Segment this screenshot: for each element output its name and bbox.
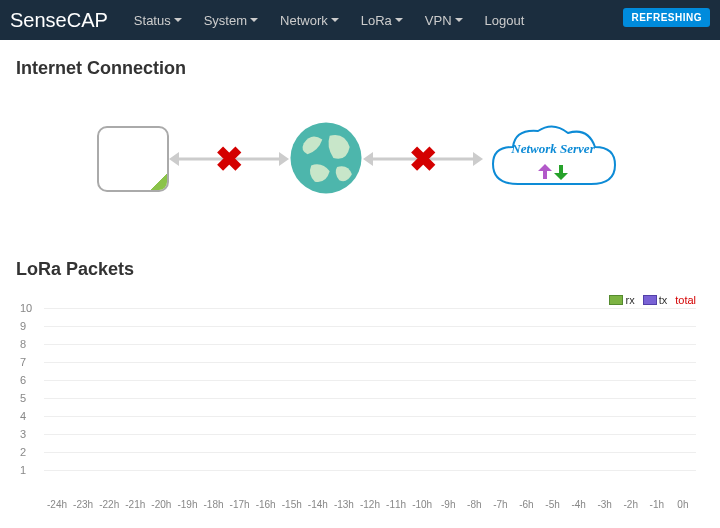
nav-item-label: System [204, 13, 247, 28]
lora-chart: rx tx total 12345678910 -24h-23h-22h-21h… [16, 300, 704, 510]
x-tick: -13h [331, 499, 357, 510]
y-tick: 7 [20, 356, 26, 368]
y-tick: 8 [20, 338, 26, 350]
nav-menu: Status System Network LoRa VPN Logout [126, 7, 532, 34]
x-tick: -23h [70, 499, 96, 510]
internet-connection-title: Internet Connection [16, 58, 704, 79]
x-tick: -20h [148, 499, 174, 510]
x-tick: -4h [566, 499, 592, 510]
x-tick: -15h [279, 499, 305, 510]
lora-packets-title: LoRa Packets [16, 259, 704, 280]
x-tick: -2h [618, 499, 644, 510]
x-tick: -10h [409, 499, 435, 510]
y-tick: 6 [20, 374, 26, 386]
x-tick: 0h [670, 499, 696, 510]
fail-icon: ✖ [215, 142, 243, 176]
y-tick: 4 [20, 410, 26, 422]
chevron-down-icon [174, 18, 182, 22]
x-tick: -9h [435, 499, 461, 510]
svg-point-0 [290, 122, 361, 193]
nav-item-system[interactable]: System [196, 7, 266, 34]
fail-icon: ✖ [409, 142, 437, 176]
refresh-button[interactable]: REFRESHING [623, 8, 710, 27]
y-tick: 5 [20, 392, 26, 404]
nav-item-vpn[interactable]: VPN [417, 7, 471, 34]
x-tick: -5h [539, 499, 565, 510]
x-tick: -1h [644, 499, 670, 510]
x-tick: -18h [200, 499, 226, 510]
nav-item-logout[interactable]: Logout [477, 7, 533, 34]
device-icon [97, 126, 169, 192]
x-tick: -24h [44, 499, 70, 510]
device-internet-link: ✖ [169, 154, 289, 164]
x-tick: -7h [487, 499, 513, 510]
nav-item-label: LoRa [361, 13, 392, 28]
x-tick: -21h [122, 499, 148, 510]
x-tick: -11h [383, 499, 409, 510]
x-tick: -8h [461, 499, 487, 510]
nav-item-label: VPN [425, 13, 452, 28]
x-tick: -17h [227, 499, 253, 510]
globe-icon [289, 121, 363, 198]
y-tick: 10 [20, 302, 32, 314]
connection-diagram: ✖ ✖ Network Server [16, 99, 704, 219]
nav-item-label: Logout [485, 13, 525, 28]
nav-item-status[interactable]: Status [126, 7, 190, 34]
brand-link[interactable]: SenseCAP [10, 9, 108, 32]
nav-item-network[interactable]: Network [272, 7, 347, 34]
cloud-label: Network Server [483, 141, 623, 157]
y-tick: 2 [20, 446, 26, 458]
nav-item-label: Status [134, 13, 171, 28]
internet-server-link: ✖ [363, 154, 483, 164]
x-tick: -14h [305, 499, 331, 510]
nav-item-label: Network [280, 13, 328, 28]
x-tick: -12h [357, 499, 383, 510]
chevron-down-icon [250, 18, 258, 22]
chevron-down-icon [331, 18, 339, 22]
network-server-cloud-icon: Network Server [483, 119, 623, 199]
x-tick: -16h [253, 499, 279, 510]
nav-item-lora[interactable]: LoRa [353, 7, 411, 34]
x-tick: -19h [174, 499, 200, 510]
y-tick: 1 [20, 464, 26, 476]
y-tick: 3 [20, 428, 26, 440]
navbar: SenseCAP Status System Network LoRa VPN … [0, 0, 720, 40]
x-tick: -22h [96, 499, 122, 510]
chevron-down-icon [455, 18, 463, 22]
x-tick: -6h [513, 499, 539, 510]
chevron-down-icon [395, 18, 403, 22]
y-tick: 9 [20, 320, 26, 332]
x-tick: -3h [592, 499, 618, 510]
